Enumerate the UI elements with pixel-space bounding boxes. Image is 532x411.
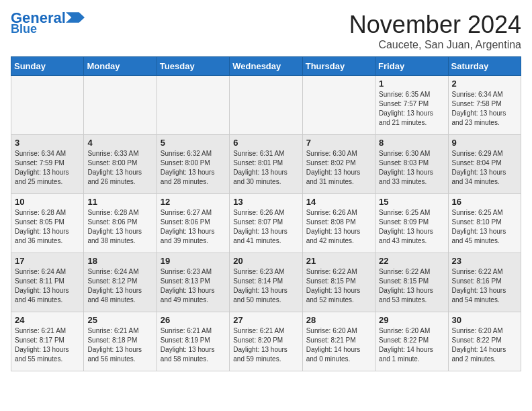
day-info: Sunrise: 6:26 AM Sunset: 8:08 PM Dayligh… — [306, 208, 371, 246]
calendar-cell: 13Sunrise: 6:26 AM Sunset: 8:07 PM Dayli… — [230, 194, 302, 253]
calendar-table: SundayMondayTuesdayWednesdayThursdayFrid… — [11, 56, 521, 371]
header-tuesday: Tuesday — [157, 57, 229, 76]
day-number: 19 — [161, 256, 226, 266]
day-info: Sunrise: 6:21 AM Sunset: 8:20 PM Dayligh… — [233, 326, 298, 364]
day-number: 14 — [306, 197, 371, 207]
calendar-cell: 16Sunrise: 6:25 AM Sunset: 8:10 PM Dayli… — [448, 194, 521, 253]
header-saturday: Saturday — [448, 57, 521, 76]
day-number: 10 — [15, 197, 80, 207]
calendar-cell: 29Sunrise: 6:20 AM Sunset: 8:22 PM Dayli… — [375, 312, 448, 371]
day-info: Sunrise: 6:20 AM Sunset: 8:21 PM Dayligh… — [306, 326, 371, 364]
calendar-cell: 15Sunrise: 6:25 AM Sunset: 8:09 PM Dayli… — [375, 194, 448, 253]
day-number: 25 — [87, 315, 152, 325]
header-friday: Friday — [375, 57, 448, 76]
day-info: Sunrise: 6:20 AM Sunset: 8:22 PM Dayligh… — [379, 326, 444, 364]
header-wednesday: Wednesday — [230, 57, 302, 76]
day-number: 20 — [233, 256, 298, 266]
day-info: Sunrise: 6:21 AM Sunset: 8:19 PM Dayligh… — [161, 326, 226, 364]
day-info: Sunrise: 6:25 AM Sunset: 8:10 PM Dayligh… — [452, 208, 517, 246]
calendar-cell — [302, 76, 375, 135]
day-info: Sunrise: 6:21 AM Sunset: 8:18 PM Dayligh… — [87, 326, 152, 364]
day-info: Sunrise: 6:34 AM Sunset: 7:59 PM Dayligh… — [15, 149, 80, 187]
month-title: November 2024 — [349, 11, 521, 39]
day-number: 5 — [161, 138, 226, 148]
calendar-cell: 30Sunrise: 6:20 AM Sunset: 8:22 PM Dayli… — [448, 312, 521, 371]
header-thursday: Thursday — [302, 57, 375, 76]
calendar-cell: 28Sunrise: 6:20 AM Sunset: 8:21 PM Dayli… — [302, 312, 375, 371]
day-number: 26 — [161, 315, 226, 325]
day-number: 3 — [15, 138, 80, 148]
calendar-cell: 7Sunrise: 6:30 AM Sunset: 8:02 PM Daylig… — [302, 135, 375, 194]
calendar-header-row: SundayMondayTuesdayWednesdayThursdayFrid… — [11, 57, 521, 76]
logo-icon — [66, 12, 85, 23]
day-number: 1 — [379, 79, 444, 89]
day-number: 4 — [87, 138, 152, 148]
header-sunday: Sunday — [11, 57, 84, 76]
calendar-cell: 21Sunrise: 6:22 AM Sunset: 8:15 PM Dayli… — [302, 253, 375, 312]
calendar-cell: 6Sunrise: 6:31 AM Sunset: 8:01 PM Daylig… — [230, 135, 302, 194]
day-number: 21 — [306, 256, 371, 266]
day-info: Sunrise: 6:24 AM Sunset: 8:12 PM Dayligh… — [87, 267, 152, 305]
day-number: 29 — [379, 315, 444, 325]
day-info: Sunrise: 6:25 AM Sunset: 8:09 PM Dayligh… — [379, 208, 444, 246]
location-title: Caucete, San Juan, Argentina — [349, 39, 521, 51]
day-info: Sunrise: 6:26 AM Sunset: 8:07 PM Dayligh… — [233, 208, 298, 246]
day-number: 23 — [452, 256, 517, 266]
day-number: 18 — [87, 256, 152, 266]
calendar-week-row: 1Sunrise: 6:35 AM Sunset: 7:57 PM Daylig… — [11, 76, 521, 135]
day-info: Sunrise: 6:24 AM Sunset: 8:11 PM Dayligh… — [15, 267, 80, 305]
calendar-week-row: 24Sunrise: 6:21 AM Sunset: 8:17 PM Dayli… — [11, 312, 521, 371]
calendar-cell — [84, 76, 157, 135]
calendar-cell: 20Sunrise: 6:23 AM Sunset: 8:14 PM Dayli… — [230, 253, 302, 312]
day-number: 16 — [452, 197, 517, 207]
day-info: Sunrise: 6:28 AM Sunset: 8:05 PM Dayligh… — [15, 208, 80, 246]
calendar-week-row: 10Sunrise: 6:28 AM Sunset: 8:05 PM Dayli… — [11, 194, 521, 253]
day-number: 13 — [233, 197, 298, 207]
day-info: Sunrise: 6:30 AM Sunset: 8:03 PM Dayligh… — [379, 149, 444, 187]
day-info: Sunrise: 6:23 AM Sunset: 8:13 PM Dayligh… — [161, 267, 226, 305]
day-info: Sunrise: 6:22 AM Sunset: 8:15 PM Dayligh… — [379, 267, 444, 305]
day-info: Sunrise: 6:27 AM Sunset: 8:06 PM Dayligh… — [161, 208, 226, 246]
calendar-cell: 22Sunrise: 6:22 AM Sunset: 8:15 PM Dayli… — [375, 253, 448, 312]
day-info: Sunrise: 6:28 AM Sunset: 8:06 PM Dayligh… — [87, 208, 152, 246]
day-info: Sunrise: 6:20 AM Sunset: 8:22 PM Dayligh… — [452, 326, 517, 364]
calendar-cell: 27Sunrise: 6:21 AM Sunset: 8:20 PM Dayli… — [230, 312, 302, 371]
calendar-cell — [11, 76, 84, 135]
svg-marker-0 — [66, 12, 85, 22]
calendar-cell — [157, 76, 229, 135]
day-info: Sunrise: 6:34 AM Sunset: 7:58 PM Dayligh… — [452, 90, 517, 128]
day-info: Sunrise: 6:29 AM Sunset: 8:04 PM Dayligh… — [452, 149, 517, 187]
calendar-week-row: 17Sunrise: 6:24 AM Sunset: 8:11 PM Dayli… — [11, 253, 521, 312]
calendar-cell: 19Sunrise: 6:23 AM Sunset: 8:13 PM Dayli… — [157, 253, 229, 312]
day-info: Sunrise: 6:31 AM Sunset: 8:01 PM Dayligh… — [233, 149, 298, 187]
day-number: 24 — [15, 315, 80, 325]
calendar-cell: 2Sunrise: 6:34 AM Sunset: 7:58 PM Daylig… — [448, 76, 521, 135]
calendar-week-row: 3Sunrise: 6:34 AM Sunset: 7:59 PM Daylig… — [11, 135, 521, 194]
day-info: Sunrise: 6:30 AM Sunset: 8:02 PM Dayligh… — [306, 149, 371, 187]
title-block: November 2024 Caucete, San Juan, Argenti… — [349, 11, 521, 51]
calendar-cell: 4Sunrise: 6:33 AM Sunset: 8:00 PM Daylig… — [84, 135, 157, 194]
calendar-cell: 25Sunrise: 6:21 AM Sunset: 8:18 PM Dayli… — [84, 312, 157, 371]
day-number: 6 — [233, 138, 298, 148]
day-info: Sunrise: 6:33 AM Sunset: 8:00 PM Dayligh… — [87, 149, 152, 187]
header-monday: Monday — [84, 57, 157, 76]
day-number: 12 — [161, 197, 226, 207]
day-info: Sunrise: 6:23 AM Sunset: 8:14 PM Dayligh… — [233, 267, 298, 305]
calendar-cell — [230, 76, 302, 135]
header: General Blue November 2024 Caucete, San … — [11, 11, 521, 51]
calendar-cell: 3Sunrise: 6:34 AM Sunset: 7:59 PM Daylig… — [11, 135, 84, 194]
day-number: 2 — [452, 79, 517, 89]
calendar-cell: 24Sunrise: 6:21 AM Sunset: 8:17 PM Dayli… — [11, 312, 84, 371]
logo: General Blue — [11, 11, 85, 35]
day-number: 7 — [306, 138, 371, 148]
day-number: 11 — [87, 197, 152, 207]
calendar-cell: 14Sunrise: 6:26 AM Sunset: 8:08 PM Dayli… — [302, 194, 375, 253]
calendar-cell: 18Sunrise: 6:24 AM Sunset: 8:12 PM Dayli… — [84, 253, 157, 312]
calendar-cell: 9Sunrise: 6:29 AM Sunset: 8:04 PM Daylig… — [448, 135, 521, 194]
day-number: 22 — [379, 256, 444, 266]
calendar-cell: 26Sunrise: 6:21 AM Sunset: 8:19 PM Dayli… — [157, 312, 229, 371]
calendar-cell: 1Sunrise: 6:35 AM Sunset: 7:57 PM Daylig… — [375, 76, 448, 135]
day-number: 28 — [306, 315, 371, 325]
calendar-cell: 10Sunrise: 6:28 AM Sunset: 8:05 PM Dayli… — [11, 194, 84, 253]
day-number: 15 — [379, 197, 444, 207]
